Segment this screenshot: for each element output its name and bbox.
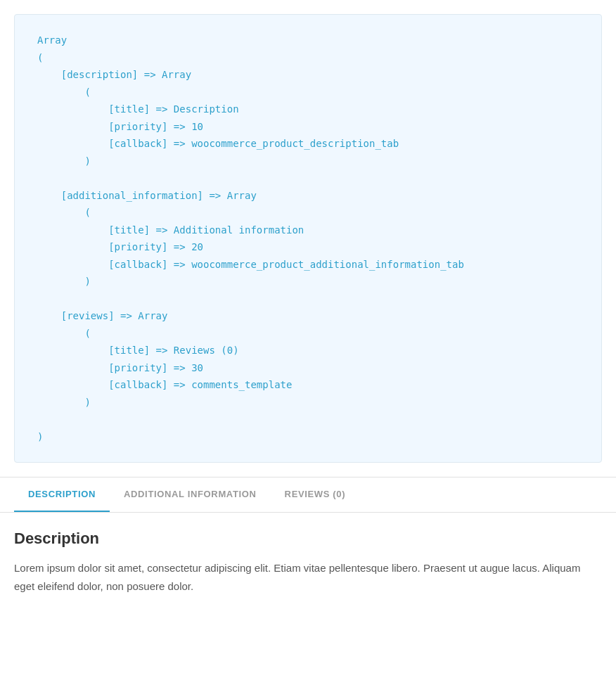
tabs-nav: DESCRIPTION ADDITIONAL INFORMATION REVIE… (0, 477, 616, 513)
tab-description[interactable]: DESCRIPTION (14, 477, 110, 512)
tab-content-body: Lorem ipsum dolor sit amet, consectetur … (14, 559, 602, 595)
tab-reviews[interactable]: REVIEWS (0) (271, 477, 360, 512)
tabs-section: DESCRIPTION ADDITIONAL INFORMATION REVIE… (0, 477, 616, 612)
tab-content-panel: Description Lorem ipsum dolor sit amet, … (0, 513, 616, 612)
tab-additional-information[interactable]: ADDITIONAL INFORMATION (110, 477, 271, 512)
tab-content-title: Description (14, 530, 602, 548)
code-output-block: Array ( [description] => Array ( [title]… (14, 14, 602, 463)
code-content: Array ( [description] => Array ( [title]… (37, 32, 579, 445)
